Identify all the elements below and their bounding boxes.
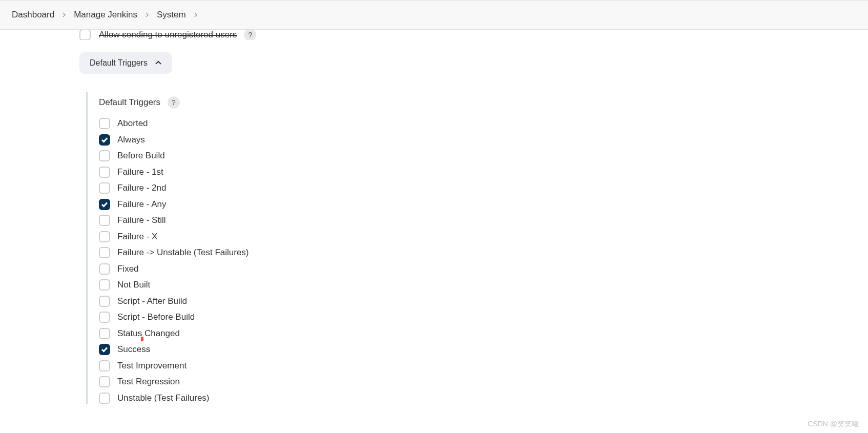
trigger-row[interactable]: Failure -> Unstable (Test Failures): [99, 247, 868, 258]
trigger-row[interactable]: Success: [99, 344, 868, 355]
trigger-checkbox[interactable]: [99, 360, 110, 372]
trigger-label: Not Built: [117, 280, 150, 290]
breadcrumb-system[interactable]: System: [154, 8, 189, 22]
chevron-right-icon: [193, 12, 198, 17]
breadcrumb-manage-jenkins[interactable]: Manage Jenkins: [71, 8, 140, 22]
trigger-list: AbortedAlwaysBefore BuildFailure - 1stFa…: [99, 118, 868, 404]
trigger-checkbox[interactable]: [99, 393, 110, 404]
trigger-label: Before Build: [117, 151, 165, 161]
trigger-checkbox[interactable]: [99, 118, 110, 129]
trigger-label: Script - Before Build: [117, 312, 195, 322]
trigger-checkbox[interactable]: [99, 296, 110, 307]
breadcrumb-dashboard[interactable]: Dashboard: [9, 8, 57, 22]
trigger-row[interactable]: Failure - 1st: [99, 167, 868, 178]
trigger-label: Failure - X: [117, 232, 157, 242]
trigger-row[interactable]: Failure - X: [99, 231, 868, 242]
help-icon[interactable]: ?: [244, 30, 256, 40]
trigger-row[interactable]: Status Changed: [99, 328, 868, 339]
watermark: CSDN @笑笑曦: [808, 420, 859, 429]
trigger-checkbox[interactable]: [99, 182, 110, 194]
trigger-row[interactable]: Test Improvement: [99, 360, 868, 372]
trigger-row[interactable]: Not Built: [99, 279, 868, 291]
trigger-row[interactable]: Failure - Any: [99, 199, 868, 210]
trigger-row[interactable]: Before Build: [99, 150, 868, 161]
trigger-row[interactable]: Failure - 2nd: [99, 182, 868, 194]
allow-sending-checkbox[interactable]: [79, 30, 91, 40]
trigger-checkbox[interactable]: [99, 134, 110, 146]
trigger-row[interactable]: Fixed: [99, 263, 868, 275]
trigger-row[interactable]: Always: [99, 134, 868, 146]
trigger-label: Test Improvement: [117, 361, 187, 371]
trigger-label: Always: [117, 135, 145, 145]
trigger-label: Test Regression: [117, 377, 180, 387]
section-title: Default Triggers: [99, 97, 160, 108]
trigger-row[interactable]: Script - Before Build: [99, 312, 868, 323]
breadcrumb-bar: Dashboard Manage Jenkins System: [0, 0, 868, 30]
trigger-label: Failure - 1st: [117, 167, 163, 177]
chevron-right-icon: [144, 12, 150, 17]
trigger-checkbox[interactable]: [99, 167, 110, 178]
trigger-row[interactable]: Test Regression: [99, 376, 868, 387]
content-area: Allow sending to unregistered users ? De…: [0, 30, 868, 404]
trigger-label: Status Changed: [117, 328, 180, 339]
collapse-label: Default Triggers: [90, 58, 148, 68]
trigger-label: Unstable (Test Failures): [117, 393, 210, 403]
trigger-checkbox[interactable]: [99, 263, 110, 275]
help-icon[interactable]: ?: [168, 96, 180, 109]
trigger-label: Failure - Still: [117, 215, 166, 225]
trigger-row[interactable]: Failure - Still: [99, 215, 868, 226]
trigger-checkbox[interactable]: [99, 199, 110, 210]
trigger-row[interactable]: Aborted: [99, 118, 868, 129]
trigger-checkbox[interactable]: [99, 328, 110, 339]
trigger-checkbox[interactable]: [99, 344, 110, 355]
allow-sending-label: Allow sending to unregistered users: [99, 30, 237, 40]
trigger-checkbox[interactable]: [99, 312, 110, 323]
trigger-label: Failure - 2nd: [117, 183, 166, 193]
trigger-checkbox[interactable]: [99, 279, 110, 291]
trigger-label: Success: [117, 344, 150, 355]
trigger-row[interactable]: Unstable (Test Failures): [99, 393, 868, 404]
trigger-label: Failure - Any: [117, 199, 166, 210]
chevron-up-icon: [155, 58, 162, 68]
trigger-checkbox[interactable]: [99, 247, 110, 258]
trigger-checkbox[interactable]: [99, 215, 110, 226]
trigger-checkbox[interactable]: [99, 231, 110, 242]
trigger-row[interactable]: Script - After Build: [99, 296, 868, 307]
trigger-checkbox[interactable]: [99, 376, 110, 387]
allow-sending-row[interactable]: Allow sending to unregistered users ?: [79, 30, 868, 40]
trigger-label: Aborted: [117, 118, 148, 129]
trigger-label: Script - After Build: [117, 296, 187, 306]
red-cursor-mark: [141, 337, 143, 341]
default-triggers-section: Default Triggers ? AbortedAlwaysBefore B…: [86, 92, 868, 404]
trigger-label: Failure -> Unstable (Test Failures): [117, 248, 249, 258]
trigger-label: Fixed: [117, 264, 139, 274]
default-triggers-toggle[interactable]: Default Triggers: [79, 52, 172, 74]
section-header: Default Triggers ?: [99, 96, 868, 109]
chevron-right-icon: [61, 12, 67, 17]
trigger-checkbox[interactable]: [99, 150, 110, 161]
